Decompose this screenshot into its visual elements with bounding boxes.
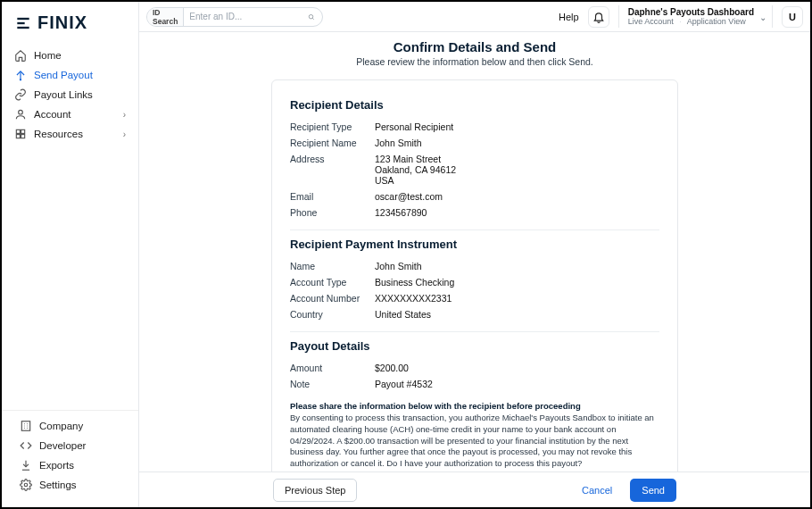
value-address: 123 Main Street Oakland, CA 94612 USA xyxy=(375,154,456,186)
svg-rect-9 xyxy=(21,421,29,431)
send-button[interactable]: Send xyxy=(630,479,676,502)
sidebar-item-payout-links[interactable]: Payout Links xyxy=(7,85,133,104)
section-title: Recipient Payment Instrument xyxy=(290,238,659,251)
link-icon xyxy=(14,88,27,101)
label-recipient-type: Recipient Type xyxy=(290,121,375,132)
cancel-button[interactable]: Cancel xyxy=(571,479,623,502)
label-recipient-name: Recipient Name xyxy=(290,138,375,148)
account-subline: Live Account · Application View xyxy=(628,17,754,26)
send-icon xyxy=(14,69,27,81)
value-note: Payout #4532 xyxy=(375,379,433,389)
legal-title: Please share the information below with … xyxy=(290,401,659,411)
confirm-card: Recipient Details Recipient TypePersonal… xyxy=(271,79,678,471)
svg-rect-7 xyxy=(16,135,20,138)
section-payout-details: Payout Details Amount$200.00 NotePayout … xyxy=(290,339,659,470)
notifications-button[interactable] xyxy=(588,6,609,28)
search-label: ID Search xyxy=(147,8,184,26)
value-recipient-type: Personal Recipient xyxy=(375,121,453,132)
help-link[interactable]: Help xyxy=(559,12,579,22)
section-recipient-details: Recipient Details Recipient TypePersonal… xyxy=(290,98,659,230)
value-pi-name: John Smith xyxy=(375,261,422,271)
label-country: Country xyxy=(290,309,375,320)
sidebar-item-label: Payout Links xyxy=(34,89,93,100)
sidebar-item-label: Developer xyxy=(39,440,86,451)
svg-point-3 xyxy=(20,79,21,80)
sidebar-item-label: Company xyxy=(39,421,83,431)
svg-line-12 xyxy=(312,18,314,20)
chevron-right-icon: › xyxy=(123,129,126,139)
user-avatar[interactable]: U xyxy=(782,6,803,28)
sidebar-item-developer[interactable]: Developer xyxy=(12,436,128,455)
svg-point-4 xyxy=(19,110,23,114)
footer-bar: Previous Step Cancel Send xyxy=(139,471,810,507)
sidebar-item-home[interactable]: Home xyxy=(7,46,133,65)
svg-rect-5 xyxy=(16,129,20,133)
search-wrap[interactable]: ID Search xyxy=(146,7,323,27)
sidebar-item-company[interactable]: Company xyxy=(12,416,128,436)
svg-rect-6 xyxy=(21,129,25,133)
company-icon xyxy=(20,420,32,432)
label-pi-name: Name xyxy=(290,261,375,271)
label-account-number: Account Number xyxy=(290,293,375,304)
exports-icon xyxy=(20,459,32,471)
value-account-type: Business Checking xyxy=(375,277,454,288)
label-amount: Amount xyxy=(290,363,375,373)
account-name: Daphne's Payouts Dashboard xyxy=(628,7,754,17)
page-title: Confirm Details and Send xyxy=(139,39,810,54)
sidebar-item-exports[interactable]: Exports xyxy=(12,455,128,475)
developer-icon xyxy=(20,439,32,452)
sidebar-item-resources[interactable]: Resources › xyxy=(7,124,133,144)
label-account-type: Account Type xyxy=(290,277,375,288)
svg-rect-8 xyxy=(21,135,25,138)
label-note: Note xyxy=(290,379,375,389)
account-switcher[interactable]: Daphne's Payouts Dashboard Live Account … xyxy=(618,5,773,28)
sidebar-item-label: Exports xyxy=(39,460,74,471)
account-icon xyxy=(14,108,27,121)
value-phone: 1234567890 xyxy=(375,207,427,218)
label-phone: Phone xyxy=(290,207,375,218)
sidebar-item-settings[interactable]: Settings xyxy=(12,475,128,495)
sidebar-item-label: Home xyxy=(34,50,62,61)
previous-step-button[interactable]: Previous Step xyxy=(273,479,357,502)
search-input[interactable] xyxy=(184,12,308,21)
home-icon xyxy=(14,49,27,62)
value-recipient-name: John Smith xyxy=(375,138,422,148)
sidebar-item-account[interactable]: Account › xyxy=(7,104,133,124)
sidebar-item-label: Send Payout xyxy=(34,70,93,80)
section-title: Payout Details xyxy=(290,339,659,353)
sidebar: FINIX Home Send Payout Payout Links xyxy=(2,2,139,507)
sidebar-item-label: Resources xyxy=(34,129,83,139)
sidebar-footer: Company Developer Exports xyxy=(2,410,138,500)
brand-logo: FINIX xyxy=(2,9,138,46)
value-email: oscar@test.com xyxy=(375,191,443,202)
search-icon xyxy=(308,12,315,22)
section-payment-instrument: Recipient Payment Instrument NameJohn Sm… xyxy=(290,238,659,332)
page-header: Confirm Details and Send Please review t… xyxy=(139,39,810,67)
value-country: United States xyxy=(375,309,431,320)
svg-point-11 xyxy=(310,14,313,18)
legal-body: By consenting to process this transactio… xyxy=(290,413,659,470)
sidebar-item-label: Account xyxy=(34,109,71,120)
nav-top: Home Send Payout Payout Links Account › xyxy=(2,46,138,144)
topbar: ID Search Help Daphne's Payouts Dashboar… xyxy=(139,2,810,32)
sidebar-item-label: Settings xyxy=(39,480,77,490)
resources-icon xyxy=(14,128,27,140)
label-email: Email xyxy=(290,191,375,202)
chevron-right-icon: › xyxy=(123,110,126,120)
svg-point-10 xyxy=(24,483,28,487)
section-title: Recipient Details xyxy=(290,98,659,112)
value-amount: $200.00 xyxy=(375,363,409,373)
bell-icon xyxy=(592,11,605,23)
label-address: Address xyxy=(290,154,375,186)
chevron-down-icon: ⌄ xyxy=(759,12,766,21)
finix-mark-icon xyxy=(14,14,32,32)
sidebar-item-send-payout[interactable]: Send Payout xyxy=(7,65,133,85)
value-account-number: XXXXXXXXX2331 xyxy=(375,293,452,304)
brand-text: FINIX xyxy=(37,13,87,33)
page-subtitle: Please review the information below and … xyxy=(139,56,810,67)
settings-icon xyxy=(20,479,32,491)
